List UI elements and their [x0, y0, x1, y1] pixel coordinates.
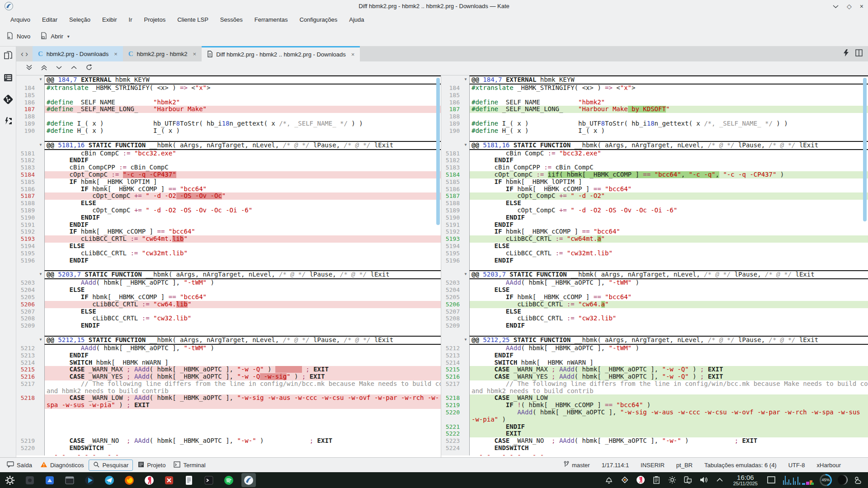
battery-icon[interactable]: 45%: [820, 474, 832, 486]
chevron-up-icon[interactable]: [71, 64, 77, 73]
clipboard-icon[interactable]: [651, 475, 661, 485]
weather-icon[interactable]: [854, 475, 863, 485]
diff-line: 5208 cLibBCC_CRTL := "cw32.lib": [16, 315, 441, 322]
diff-gap: [16, 264, 441, 270]
statusbar-pt-br[interactable]: pt_BR: [676, 462, 693, 469]
menu-seleção[interactable]: Seleção: [64, 14, 95, 25]
statusbar-inserir[interactable]: INSERIR: [641, 462, 665, 469]
statusbar-pesquisar[interactable]: Pesquisar: [89, 460, 133, 471]
close-icon[interactable]: ×: [351, 51, 355, 58]
statusbar-master[interactable]: master: [564, 461, 590, 469]
diamond-icon[interactable]: [620, 475, 630, 485]
diff-hunk-header: ▼@@ 5212,25 STATIC FUNCTION __hbmk( aArg…: [441, 336, 868, 345]
menu-exibir[interactable]: Exibir: [97, 14, 122, 25]
nav-back-icon[interactable]: ‹: [21, 49, 24, 59]
close-button[interactable]: ×: [860, 2, 863, 11]
diff-line: [16, 430, 441, 437]
diff-line: 5212 AAdd( hbmk[ _HBMK_aOPTC ], "-tWM" ): [441, 345, 868, 352]
diff-line: and hbmk2 needs to build contrib: [441, 388, 868, 395]
statusbar-terminal[interactable]: Terminal: [170, 460, 209, 470]
taskbar-app-red-x-app[interactable]: [162, 473, 176, 487]
lsp-diagnostics-icon[interactable]: [0, 113, 16, 129]
bell-icon[interactable]: [604, 475, 614, 485]
chevron-down-icon[interactable]: [56, 64, 62, 73]
taskbar-app-kde-launcher[interactable]: [3, 473, 17, 487]
refresh-icon[interactable]: [85, 64, 93, 73]
taskbar-app-telegram[interactable]: [102, 473, 117, 487]
taskbar-app-files-blue[interactable]: [42, 473, 57, 487]
system-monitor-icon[interactable]: [782, 474, 814, 486]
statusbar-1-17-114-1[interactable]: 1/17.114:1: [602, 462, 629, 469]
diff-line: 5206 cLibBCC_CRTL := "cw64.a": [441, 301, 868, 308]
taskbar-app-settings-dark[interactable]: [23, 473, 37, 487]
taskbar-app-yandex-browser[interactable]: [142, 473, 156, 487]
diff-line: 5214 SWITCH hbmk[ _HBMK_nWARN ]: [16, 359, 441, 366]
menu-sessões[interactable]: Sessões: [215, 14, 248, 25]
tab-diff-hbmk2-prg-hbmk2-hbmk2-prg-downloads[interactable]: Diff hbmk2.prg - hbmk2 .. hbmk2.prg - Do…: [202, 46, 360, 61]
diff-line: 5193 cLibBCC_CRTL := "cw64mt.a": [441, 235, 868, 243]
diff-pane-left[interactable]: ▼@@ 184,7 EXTERNAL hbmk_KEYW184#xtransla…: [16, 75, 441, 458]
flash-icon[interactable]: [843, 49, 849, 58]
taskbar-app-kate[interactable]: [241, 473, 256, 487]
volume-icon[interactable]: [699, 475, 709, 485]
label: pt_BR: [676, 462, 693, 469]
menu-ajuda[interactable]: Ajuda: [344, 14, 369, 25]
diff-line: 5209 ENDIF: [441, 322, 868, 329]
search-icon: [93, 461, 99, 469]
tab-label: hbmk2.prg - hbmk2: [137, 51, 188, 57]
yandex-icon[interactable]: [636, 475, 646, 485]
taskbar-app-console-window[interactable]: [62, 473, 77, 487]
chevron-up-icon[interactable]: [715, 475, 725, 485]
diff-line: 5182 ENDIF: [441, 157, 868, 164]
menu-configurações[interactable]: Configurações: [294, 14, 342, 25]
nav-forward-icon[interactable]: ›: [25, 49, 28, 59]
minimize-button[interactable]: [833, 2, 839, 11]
fold-arrow-icon: ▼: [37, 75, 44, 84]
moon-icon[interactable]: [838, 475, 848, 485]
taskbar-app-writer-document[interactable]: [182, 473, 196, 487]
menu-editar[interactable]: Editar: [37, 14, 62, 25]
double-chevron-up-icon[interactable]: [41, 64, 47, 73]
statusbar-projeto[interactable]: Projeto: [134, 460, 170, 470]
close-icon[interactable]: ×: [114, 51, 118, 57]
statusbar-diagn-sticos[interactable]: Diagnósticos: [36, 460, 88, 470]
symbols-icon[interactable]: [0, 70, 16, 85]
diff-line: 5190 ENDIF: [16, 214, 441, 221]
statusbar-tabula-es-emuladas-6-4-[interactable]: Tabulações emuladas: 6 (4): [704, 462, 777, 469]
maximize-button[interactable]: ◇: [847, 2, 852, 11]
kde-connect-icon[interactable]: [683, 475, 693, 485]
clock[interactable]: 16:06 25/11/2025: [733, 474, 758, 486]
taskbar-app-firefox[interactable]: [122, 473, 137, 487]
statusbar-utf-8[interactable]: UTF-8: [788, 462, 805, 469]
right-pane-scrollbar[interactable]: [863, 78, 867, 221]
double-chevron-down-icon[interactable]: [26, 64, 33, 73]
brightness-icon[interactable]: [667, 475, 677, 485]
menu-ferramentas[interactable]: Ferramentas: [250, 14, 293, 25]
git-icon[interactable]: [0, 92, 16, 107]
left-pane-scrollbar[interactable]: [436, 78, 440, 225]
open-button[interactable]: Abrir ▾: [40, 32, 69, 41]
split-view-icon[interactable]: [855, 49, 863, 58]
close-icon[interactable]: ×: [193, 51, 197, 57]
new-button[interactable]: Novo: [6, 32, 30, 41]
taskbar-app-terminal-prompt[interactable]: [202, 473, 216, 487]
menu-arquivo[interactable]: Arquivo: [5, 14, 35, 25]
diff-line: [16, 416, 441, 423]
diff-line: 184#xtranslate _HBMK_STRINGIFY( <x> ) =>…: [16, 84, 441, 92]
diff-gap: [16, 135, 441, 141]
taskbar-app-media-player-blue[interactable]: [82, 473, 97, 487]
taskbar-app-spotify[interactable]: [222, 473, 236, 487]
statusbar-xharbour[interactable]: xHarbour: [817, 462, 841, 469]
menu-projetos[interactable]: Projetos: [139, 14, 171, 25]
menu-cliente-lsp[interactable]: Cliente LSP: [172, 14, 213, 25]
diff-line: 189#define I_( x ) hb_UTF8ToStr( hb_i18n…: [16, 120, 441, 127]
diff-line: 187#define _SELF_NAME_LONG_ "Harbour Mak…: [441, 106, 868, 113]
diff-line: 5184 cOpt_CompC := "-c -q -CP437": [16, 171, 441, 178]
window-frame-icon[interactable]: [766, 475, 776, 485]
menu-ir[interactable]: Ir: [124, 14, 137, 25]
documents-icon[interactable]: [0, 48, 16, 64]
statusbar-sa-da[interactable]: Saída: [3, 460, 36, 470]
tab-hbmk2-prg-hbmk2[interactable]: Chbmk2.prg - hbmk2×: [123, 46, 202, 61]
diff-pane-right[interactable]: ▼@@ 184,7 EXTERNAL hbmk_KEYW184#xtransla…: [441, 75, 868, 458]
tab-hbmk2-prg-downloads[interactable]: Chbmk2.prg - Downloads×: [33, 46, 123, 61]
